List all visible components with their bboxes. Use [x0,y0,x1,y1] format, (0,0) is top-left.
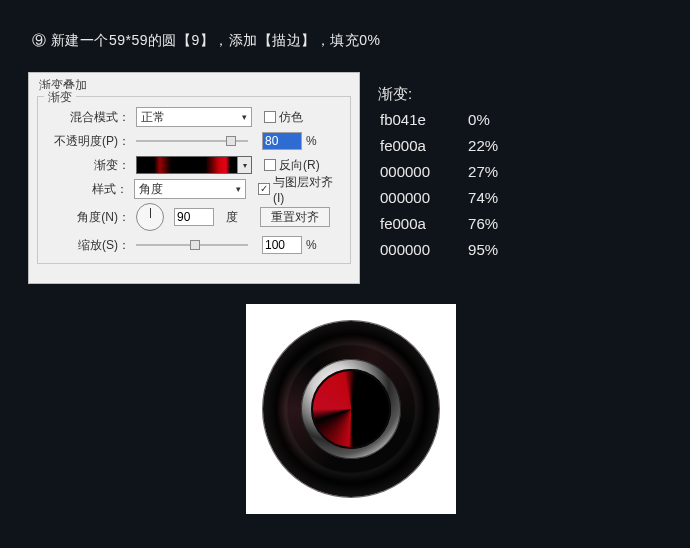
align-label: 与图层对齐(I) [273,174,342,205]
gradient-swatch[interactable]: ▾ [136,156,252,174]
percent-label: % [306,238,317,252]
chevron-down-icon: ▾ [236,184,241,194]
step-title: ⑨ 新建一个59*59的圆【9】，添加【描边】，填充0% [32,32,381,50]
gradient-stop-row: fe000a22% [380,134,534,158]
lens-ring [263,321,439,497]
chevron-down-icon: ▾ [237,157,251,173]
scale-slider[interactable] [136,239,248,251]
angle-input[interactable] [174,208,214,226]
blend-mode-value: 正常 [141,109,165,126]
percent-label: % [306,134,317,148]
opacity-slider[interactable] [136,135,248,147]
gradient-stop-row: fb041e0% [380,108,534,132]
gradient-group: 渐变 混合模式： 正常 ▾ 仿色 不透明度(P)： % [37,96,351,264]
reverse-checkbox[interactable]: 反向(R) [264,157,320,174]
align-checkbox[interactable]: ✓ 与图层对齐(I) [258,174,342,205]
blend-mode-label: 混合模式： [46,109,132,126]
group-label: 渐变 [44,89,76,106]
angle-dial[interactable] [136,203,164,231]
angle-label: 角度(N)： [46,209,132,226]
style-value: 角度 [139,181,163,198]
gradient-stops-info: 渐变: fb041e0%fe000a22%00000027%00000074%f… [378,82,536,264]
chevron-down-icon: ▾ [242,112,247,122]
dither-label: 仿色 [279,109,303,126]
dither-checkbox[interactable]: 仿色 [264,109,303,126]
opacity-label: 不透明度(P)： [46,133,132,150]
checkbox-icon [264,159,276,171]
reverse-label: 反向(R) [279,157,320,174]
gradient-stops-table: fb041e0%fe000a22%00000027%00000074%fe000… [378,106,536,264]
gradient-stop-row: 00000074% [380,186,534,210]
gradient-info-heading: 渐变: [378,82,536,106]
gradient-stop-row: fe000a76% [380,212,534,236]
opacity-input[interactable] [262,132,302,150]
style-label: 样式： [46,181,130,198]
scale-label: 缩放(S)： [46,237,132,254]
gradient-stop-row: 00000095% [380,238,534,262]
gradient-stop-row: 00000027% [380,160,534,184]
dialog-title: 渐变叠加 [29,73,359,96]
reset-alignment-button[interactable]: 重置对齐 [260,207,330,227]
angle-unit: 度 [226,209,238,226]
scale-input[interactable] [262,236,302,254]
result-preview [246,304,456,514]
checkbox-icon [264,111,276,123]
gradient-overlay-dialog: 渐变叠加 渐变 混合模式： 正常 ▾ 仿色 不透明度(P)： % [28,72,360,284]
checkbox-icon: ✓ [258,183,270,195]
style-select[interactable]: 角度 ▾ [134,179,247,199]
gradient-label: 渐变： [46,157,132,174]
blend-mode-select[interactable]: 正常 ▾ [136,107,252,127]
